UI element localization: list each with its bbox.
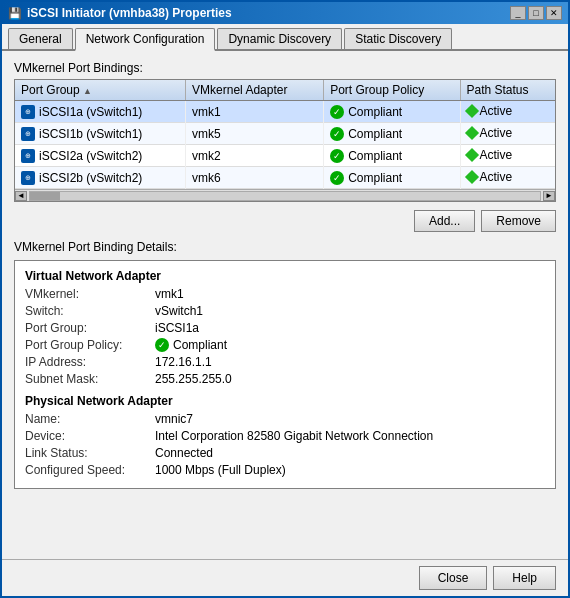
policy-icon: ✓: [330, 149, 344, 163]
link-value: Connected: [155, 446, 213, 460]
device-row: Device: Intel Corporation 82580 Gigabit …: [25, 429, 545, 443]
tab-dynamic-discovery[interactable]: Dynamic Discovery: [217, 28, 342, 49]
speed-label: Configured Speed:: [25, 463, 155, 477]
window-icon: 💾: [8, 7, 22, 20]
switch-value: vSwitch1: [155, 304, 203, 318]
row-icon: ⊕: [21, 105, 35, 119]
cell-policy: ✓ Compliant: [324, 123, 460, 145]
scroll-right[interactable]: ►: [543, 191, 555, 201]
status-diamond: [464, 170, 478, 184]
vmkernel-label: VMkernel:: [25, 287, 155, 301]
port-group-label: Port Group:: [25, 321, 155, 335]
vmkernel-table-wrapper: Port Group ▲ VMkernel Adapter Port Group…: [14, 79, 556, 202]
vmkernel-row: VMkernel: vmk1: [25, 287, 545, 301]
policy-row: Port Group Policy: ✓ Compliant: [25, 338, 545, 352]
close-button[interactable]: ✕: [546, 6, 562, 20]
main-window: 💾 iSCSI Initiator (vmhba38) Properties _…: [0, 0, 570, 598]
cell-policy: ✓ Compliant: [324, 167, 460, 189]
cell-policy: ✓ Compliant: [324, 145, 460, 167]
scroll-left[interactable]: ◄: [15, 191, 27, 201]
cell-vmkernel: vmk6: [186, 167, 324, 189]
link-row: Link Status: Connected: [25, 446, 545, 460]
speed-row: Configured Speed: 1000 Mbps (Full Duplex…: [25, 463, 545, 477]
vmkernel-value: vmk1: [155, 287, 184, 301]
scroll-track[interactable]: [29, 191, 541, 201]
status-diamond: [464, 126, 478, 140]
ip-label: IP Address:: [25, 355, 155, 369]
cell-status: Active: [460, 101, 555, 123]
table-row[interactable]: ⊕ iSCSI1b (vSwitch1) vmk5 ✓ Compliant Ac…: [15, 123, 555, 145]
status-diamond: [464, 148, 478, 162]
name-row: Name: vmnic7: [25, 412, 545, 426]
col-port-group-policy[interactable]: Port Group Policy: [324, 80, 460, 101]
vmkernel-table: Port Group ▲ VMkernel Adapter Port Group…: [15, 80, 555, 189]
switch-row: Switch: vSwitch1: [25, 304, 545, 318]
row-icon: ⊕: [21, 171, 35, 185]
title-bar-left: 💾 iSCSI Initiator (vmhba38) Properties: [8, 6, 232, 20]
row-icon: ⊕: [21, 127, 35, 141]
title-bar: 💾 iSCSI Initiator (vmhba38) Properties _…: [2, 2, 568, 24]
tab-content: VMkernel Port Bindings: Port Group ▲ VMk…: [2, 51, 568, 559]
device-value: Intel Corporation 82580 Gigabit Network …: [155, 429, 433, 443]
table-buttons: Add... Remove: [14, 210, 556, 232]
details-box: Virtual Network Adapter VMkernel: vmk1 S…: [14, 260, 556, 489]
policy-icon: ✓: [330, 105, 344, 119]
cell-port-group: ⊕ iSCSI2a (vSwitch2): [15, 145, 186, 167]
subnet-label: Subnet Mask:: [25, 372, 155, 386]
link-label: Link Status:: [25, 446, 155, 460]
horizontal-scrollbar[interactable]: ◄ ►: [15, 189, 555, 201]
cell-vmkernel: vmk5: [186, 123, 324, 145]
port-group-value: iSCSI1a: [155, 321, 199, 335]
name-value: vmnic7: [155, 412, 193, 426]
ip-row: IP Address: 172.16.1.1: [25, 355, 545, 369]
footer: Close Help: [2, 559, 568, 596]
name-label: Name:: [25, 412, 155, 426]
row-icon: ⊕: [21, 149, 35, 163]
cell-policy: ✓ Compliant: [324, 101, 460, 123]
window-title: iSCSI Initiator (vmhba38) Properties: [27, 6, 232, 20]
scroll-thumb[interactable]: [30, 192, 60, 200]
tab-general[interactable]: General: [8, 28, 73, 49]
speed-value: 1000 Mbps (Full Duplex): [155, 463, 286, 477]
col-vmkernel-adapter[interactable]: VMkernel Adapter: [186, 80, 324, 101]
status-diamond: [464, 104, 478, 118]
minimize-button[interactable]: _: [510, 6, 526, 20]
table-row[interactable]: ⊕ iSCSI2a (vSwitch2) vmk2 ✓ Compliant Ac…: [15, 145, 555, 167]
policy-icon: ✓: [330, 171, 344, 185]
physical-adapter-heading: Physical Network Adapter: [25, 394, 545, 408]
port-group-row: Port Group: iSCSI1a: [25, 321, 545, 335]
table-row[interactable]: ⊕ iSCSI1a (vSwitch1) vmk1 ✓ Compliant Ac…: [15, 101, 555, 123]
cell-vmkernel: vmk1: [186, 101, 324, 123]
close-button[interactable]: Close: [419, 566, 488, 590]
cell-status: Active: [460, 145, 555, 167]
cell-status: Active: [460, 167, 555, 189]
add-button[interactable]: Add...: [414, 210, 475, 232]
sort-arrow: ▲: [83, 86, 92, 96]
tab-network-configuration[interactable]: Network Configuration: [75, 28, 216, 51]
maximize-button[interactable]: □: [528, 6, 544, 20]
policy-icon: ✓: [330, 127, 344, 141]
table-header-row: Port Group ▲ VMkernel Adapter Port Group…: [15, 80, 555, 101]
title-bar-controls: _ □ ✕: [510, 6, 562, 20]
remove-button[interactable]: Remove: [481, 210, 556, 232]
tab-static-discovery[interactable]: Static Discovery: [344, 28, 452, 49]
device-label: Device:: [25, 429, 155, 443]
switch-label: Switch:: [25, 304, 155, 318]
col-path-status[interactable]: Path Status: [460, 80, 555, 101]
tabs-bar: General Network Configuration Dynamic Di…: [2, 24, 568, 51]
col-port-group[interactable]: Port Group ▲: [15, 80, 186, 101]
subnet-value: 255.255.255.0: [155, 372, 232, 386]
help-button[interactable]: Help: [493, 566, 556, 590]
cell-status: Active: [460, 123, 555, 145]
vmkernel-bindings-label: VMkernel Port Bindings:: [14, 61, 556, 75]
details-label: VMkernel Port Binding Details:: [14, 240, 556, 254]
cell-port-group: ⊕ iSCSI1b (vSwitch1): [15, 123, 186, 145]
cell-port-group: ⊕ iSCSI2b (vSwitch2): [15, 167, 186, 189]
subnet-row: Subnet Mask: 255.255.255.0: [25, 372, 545, 386]
policy-label: Port Group Policy:: [25, 338, 155, 352]
policy-value: ✓ Compliant: [155, 338, 227, 352]
table-row[interactable]: ⊕ iSCSI2b (vSwitch2) vmk6 ✓ Compliant Ac…: [15, 167, 555, 189]
virtual-adapter-heading: Virtual Network Adapter: [25, 269, 545, 283]
compliant-icon: ✓: [155, 338, 169, 352]
cell-vmkernel: vmk2: [186, 145, 324, 167]
